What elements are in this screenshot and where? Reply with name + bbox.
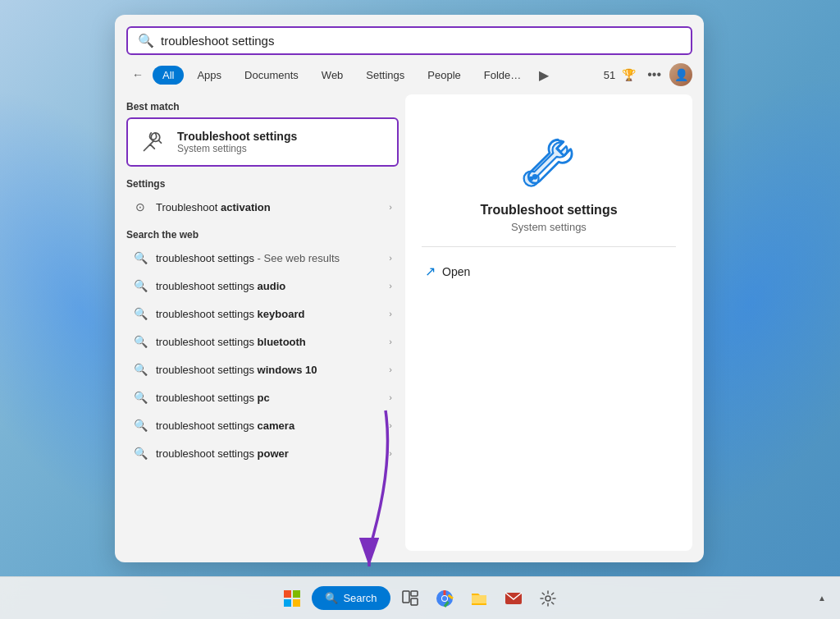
best-match-title: Troubleshoot settings [177,130,297,143]
taskbar-search-label: Search [343,592,377,604]
web-item-6[interactable]: 🔍 troubleshoot settings camera › [126,411,399,439]
web-item-text-7: troubleshoot settings power [156,447,381,460]
best-match-subtitle: System settings [177,143,297,154]
chevron-right-icon-7: › [389,448,392,458]
best-match-icon [138,127,167,157]
search-web-label: Search the web [126,221,399,244]
web-item-normal-2: troubleshoot settings [156,308,258,320]
settings-section-label: Settings [126,170,399,193]
settings-item-activation[interactable]: ⊙ Troubleshoot activation › [126,193,399,221]
right-pane-icon [516,127,582,193]
svg-rect-5 [293,590,300,598]
search-web-icon-3: 🔍 [133,334,148,349]
web-item-bold-3: bluetooth [258,336,306,348]
web-item-5[interactable]: 🔍 troubleshoot settings pc › [126,383,399,411]
chevron-right-icon-0: › [389,253,392,263]
web-item-bold-4: windows 10 [258,364,317,376]
circle-icon: ⊙ [133,199,148,214]
best-match-text: Troubleshoot settings System settings [177,130,297,154]
search-web-icon-7: 🔍 [133,446,148,461]
taskbar-search-button[interactable]: 🔍 Search [312,586,390,610]
taskbar: 🔍 Search [0,576,840,619]
web-item-0[interactable]: 🔍 troubleshoot settings - See web result… [126,244,399,272]
tabs-row: ← All Apps Documents Web Settings People… [115,55,704,86]
web-item-text-4: troubleshoot settings windows 10 [156,364,381,376]
web-item-normal-4: troubleshoot settings [156,364,258,376]
result-count: 51 [604,69,615,81]
left-pane: Best match Troubleshoot settings System … [126,94,405,551]
tab-all[interactable]: All [153,66,184,85]
chevron-right-icon-4: › [389,365,392,374]
taskbar-mail-button[interactable] [499,584,528,613]
settings-item-normal: Troubleshoot [156,201,217,213]
search-icon: 🔍 [138,33,154,48]
web-item-normal-7: troubleshoot settings [156,447,258,460]
web-item-2[interactable]: 🔍 troubleshoot settings keyboard › [126,300,399,328]
open-label: Open [442,265,470,278]
search-web-icon-6: 🔍 [133,418,148,433]
taskbar-settings-button[interactable] [533,584,563,613]
taskbar-search-icon: 🔍 [325,592,338,604]
web-item-normal-1: troubleshoot settings [156,280,258,292]
web-item-7[interactable]: 🔍 troubleshoot settings power › [126,439,399,467]
web-item-text-6: troubleshoot settings camera [156,420,381,432]
taskbar-task-view-button[interactable] [395,584,425,613]
tab-people[interactable]: People [418,66,470,85]
chevron-right-icon-5: › [389,392,392,402]
web-item-4[interactable]: 🔍 troubleshoot settings windows 10 › [126,355,399,383]
tab-web[interactable]: Web [312,66,354,85]
chevron-right-icon-6: › [389,420,392,430]
svg-rect-8 [403,591,409,603]
tab-play-button[interactable]: ▶ [534,64,554,86]
search-panel: 🔍 ← All Apps Documents Web Settings Peop… [115,15,704,562]
search-web-icon-5: 🔍 [133,390,148,405]
search-input[interactable] [161,34,681,48]
settings-item-text: Troubleshoot activation [156,201,381,213]
right-pane: Troubleshoot settings System settings ↗ … [405,94,692,551]
tab-settings[interactable]: Settings [356,66,414,85]
svg-point-15 [546,596,550,601]
web-item-bold-2: keyboard [258,308,305,320]
web-item-normal-5: troubleshoot settings [156,392,258,404]
taskbar-chevron-up[interactable]: ▲ [814,590,830,607]
svg-rect-10 [411,598,418,605]
web-item-bold-6: camera [258,420,295,432]
search-web-icon-1: 🔍 [133,278,148,293]
svg-rect-7 [293,599,300,607]
chevron-right-icon: › [389,202,392,212]
web-item-1[interactable]: 🔍 troubleshoot settings audio › [126,272,399,300]
chevron-right-icon-1: › [389,281,392,291]
taskbar-explorer-button[interactable] [464,584,494,613]
best-match-item[interactable]: Troubleshoot settings System settings [126,117,399,167]
tab-documents[interactable]: Documents [235,66,308,85]
web-item-normal-6: troubleshoot settings [156,420,258,432]
web-item-text-0: troubleshoot settings - See web results [156,252,381,264]
right-pane-subtitle: System settings [511,221,587,233]
tab-folders[interactable]: Folde… [474,66,532,85]
svg-rect-6 [284,599,291,607]
web-item-bold-1: audio [258,280,286,292]
search-web-icon-0: 🔍 [133,250,148,265]
tab-apps[interactable]: Apps [187,66,231,85]
web-item-3[interactable]: 🔍 troubleshoot settings bluetooth › [126,328,399,355]
best-match-label: Best match [126,94,399,117]
more-options-button[interactable]: ••• [642,64,666,85]
right-pane-divider [422,246,676,247]
web-item-text-2: troubleshoot settings keyboard [156,308,381,320]
back-button[interactable]: ← [126,63,149,86]
open-external-icon: ↗ [425,264,436,279]
svg-rect-9 [411,591,418,596]
svg-point-13 [442,596,447,601]
trophy-icon: 🏆 [622,68,636,81]
chevron-right-icon-2: › [389,309,392,319]
settings-item-bold: activation [217,201,270,213]
taskbar-chrome-button[interactable] [430,584,459,613]
svg-point-2 [529,177,534,181]
web-item-bold-7: power [258,447,289,460]
user-avatar[interactable]: 👤 [669,63,692,86]
main-content: Best match Troubleshoot settings System … [115,86,704,562]
search-web-icon-4: 🔍 [133,362,148,377]
right-pane-title: Troubleshoot settings [480,203,617,218]
start-button[interactable] [277,584,307,613]
open-button[interactable]: ↗ Open [422,257,676,286]
